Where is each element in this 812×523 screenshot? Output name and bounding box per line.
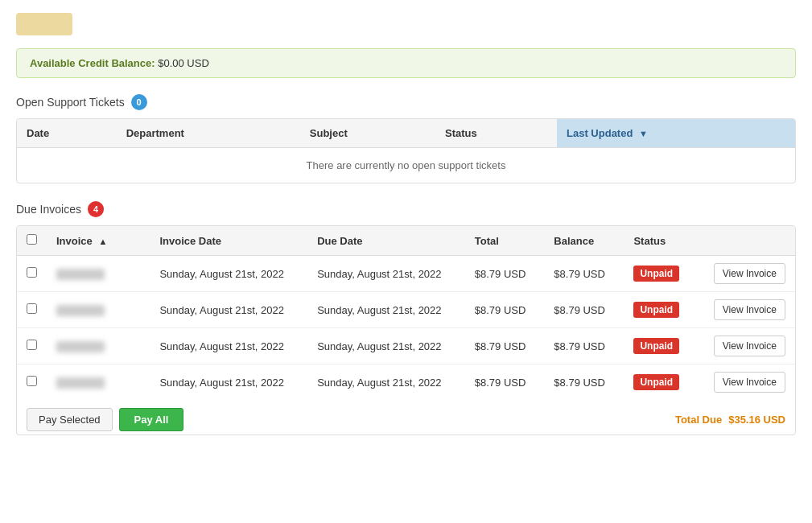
support-tickets-table: Date Department Subject Status Last Upda… — [16, 118, 796, 183]
support-section-title: Open Support Tickets — [16, 96, 125, 109]
invoice-date-cell: Sunday, August 21st, 2022 — [150, 364, 307, 401]
balance-cell: $8.79 USD — [544, 292, 624, 328]
due-date-cell: Sunday, August 21st, 2022 — [307, 292, 465, 328]
invoice-number-cell — [47, 292, 150, 328]
invoice-number-blurred — [56, 377, 105, 389]
invoice-col-total: Total — [465, 226, 545, 256]
invoice-number-cell — [47, 364, 150, 401]
support-col-subject: Subject — [300, 119, 435, 148]
invoice-number-cell — [47, 328, 150, 364]
balance-cell: $8.79 USD — [544, 364, 624, 401]
status-badge: Unpaid — [633, 374, 679, 390]
due-date-cell: Sunday, August 21st, 2022 — [307, 364, 465, 401]
due-date-cell: Sunday, August 21st, 2022 — [307, 256, 465, 292]
invoice-col-check — [17, 226, 47, 256]
row-checkbox-3[interactable] — [27, 376, 37, 386]
invoice-sort-icon: ▲ — [98, 237, 107, 246]
view-invoice-button[interactable]: View Invoice — [714, 336, 785, 356]
logo-area — [16, 13, 796, 35]
support-col-date: Date — [17, 119, 117, 148]
total-cell: $8.79 USD — [465, 256, 545, 292]
status-cell: Unpaid — [624, 328, 703, 364]
row-checkbox-cell[interactable] — [17, 328, 47, 364]
view-invoice-button[interactable]: View Invoice — [714, 263, 785, 284]
total-cell: $8.79 USD — [465, 292, 545, 328]
row-checkbox-cell[interactable] — [17, 292, 47, 328]
status-cell: Unpaid — [624, 364, 703, 401]
sort-icon: ▼ — [639, 129, 648, 138]
balance-cell: $8.79 USD — [544, 256, 624, 292]
total-cell: $8.79 USD — [465, 328, 545, 364]
status-cell: Unpaid — [624, 292, 703, 328]
invoices-table-wrapper: Invoice ▲ Invoice Date Due Date Total Ba… — [16, 225, 796, 435]
support-section-header: Open Support Tickets 0 — [16, 94, 796, 110]
select-all-checkbox[interactable] — [27, 234, 37, 245]
pay-selected-button[interactable]: Pay Selected — [27, 408, 113, 431]
table-row: Sunday, August 21st, 2022 Sunday, August… — [17, 292, 795, 328]
support-empty-message: There are currently no open support tick… — [17, 148, 795, 183]
status-badge: Unpaid — [633, 338, 679, 354]
status-badge: Unpaid — [633, 302, 679, 318]
credit-balance-banner: Available Credit Balance: $0.00 USD — [16, 48, 796, 78]
invoices-section-header: Due Invoices 4 — [16, 201, 796, 217]
total-cell: $8.79 USD — [465, 364, 545, 401]
invoice-col-due-date: Due Date — [307, 226, 465, 256]
invoice-number-blurred — [56, 305, 105, 316]
invoices-table: Invoice ▲ Invoice Date Due Date Total Ba… — [17, 226, 795, 400]
status-cell: Unpaid — [624, 256, 703, 292]
table-row: Sunday, August 21st, 2022 Sunday, August… — [17, 364, 795, 401]
support-col-status: Status — [435, 119, 557, 148]
invoice-col-balance: Balance — [544, 226, 624, 256]
footer-left: Pay Selected Pay All — [27, 408, 183, 431]
invoice-col-status: Status — [624, 226, 703, 256]
action-cell[interactable]: View Invoice — [704, 292, 795, 328]
logo — [16, 13, 72, 35]
table-row: Sunday, August 21st, 2022 Sunday, August… — [17, 328, 795, 364]
view-invoice-button[interactable]: View Invoice — [714, 372, 785, 393]
invoice-date-cell: Sunday, August 21st, 2022 — [150, 256, 307, 292]
support-col-department: Department — [117, 119, 300, 148]
action-cell[interactable]: View Invoice — [704, 328, 795, 364]
status-badge: Unpaid — [633, 266, 679, 282]
row-checkbox-cell[interactable] — [17, 364, 47, 401]
pay-all-button[interactable]: Pay All — [119, 408, 184, 431]
invoice-date-cell: Sunday, August 21st, 2022 — [150, 292, 307, 328]
support-empty-row: There are currently no open support tick… — [17, 148, 795, 183]
support-col-last-updated[interactable]: Last Updated ▼ — [557, 119, 795, 148]
credit-balance-label: Available Credit Balance: — [30, 57, 155, 69]
invoice-col-action — [704, 226, 795, 256]
invoice-number-blurred — [56, 341, 105, 352]
invoice-col-invoice[interactable]: Invoice ▲ — [47, 226, 150, 256]
total-due-label: Total Due — [675, 414, 722, 426]
action-cell[interactable]: View Invoice — [704, 256, 795, 292]
action-cell[interactable]: View Invoice — [704, 364, 795, 401]
invoice-number-blurred — [56, 269, 105, 280]
invoices-badge: 4 — [88, 201, 104, 217]
row-checkbox-0[interactable] — [27, 267, 37, 278]
invoice-date-cell: Sunday, August 21st, 2022 — [150, 328, 307, 364]
credit-balance-value: $0.00 USD — [158, 57, 209, 69]
view-invoice-button[interactable]: View Invoice — [714, 299, 785, 320]
invoice-footer: Pay Selected Pay All Total Due $35.16 US… — [17, 400, 795, 434]
due-date-cell: Sunday, August 21st, 2022 — [307, 328, 465, 364]
support-ticket-badge: 0 — [131, 94, 147, 110]
balance-cell: $8.79 USD — [544, 328, 624, 364]
table-row: Sunday, August 21st, 2022 Sunday, August… — [17, 256, 795, 292]
row-checkbox-cell[interactable] — [17, 256, 47, 292]
invoice-number-cell — [47, 256, 150, 292]
row-checkbox-1[interactable] — [27, 303, 37, 314]
row-checkbox-2[interactable] — [27, 340, 37, 350]
footer-right: Total Due $35.16 USD — [675, 414, 785, 426]
invoice-col-invoice-date: Invoice Date — [150, 226, 307, 256]
total-due-value: $35.16 USD — [728, 414, 785, 426]
invoices-section-title: Due Invoices — [16, 203, 81, 216]
